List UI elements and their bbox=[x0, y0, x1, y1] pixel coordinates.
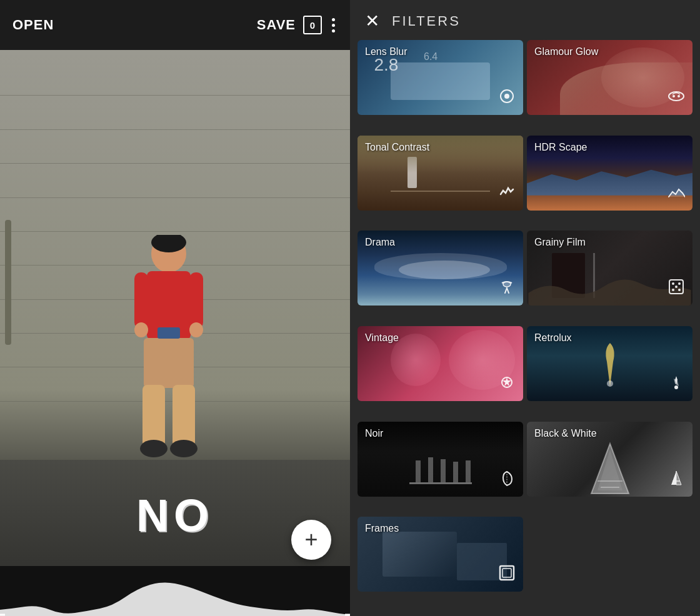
left-panel: OPEN SAVE 0 bbox=[0, 0, 350, 616]
svg-rect-40 bbox=[409, 482, 472, 484]
top-bar: OPEN SAVE 0 bbox=[0, 0, 350, 50]
filter-label-grainy-film: Grainy Film bbox=[534, 237, 586, 248]
filter-icon-drama bbox=[498, 278, 516, 299]
svg-rect-38 bbox=[453, 462, 458, 482]
filters-header: ✕ FILTERS bbox=[350, 0, 700, 36]
svg-point-31 bbox=[675, 286, 678, 288]
filter-icon-lens-blur bbox=[498, 87, 516, 109]
filter-icon-black-white bbox=[668, 469, 685, 490]
add-button[interactable]: + bbox=[291, 520, 331, 560]
svg-rect-8 bbox=[142, 385, 165, 447]
svg-rect-4 bbox=[189, 272, 203, 329]
filter-label-retrolux: Retrolux bbox=[534, 332, 572, 344]
svg-marker-46 bbox=[676, 471, 681, 485]
save-group: SAVE 0 bbox=[257, 16, 338, 35]
svg-point-23 bbox=[503, 282, 511, 287]
filter-card-tonal-contrast[interactable]: Tonal Contrast bbox=[358, 136, 523, 211]
filter-card-glamour-glow[interactable]: Glamour Glow bbox=[527, 40, 692, 115]
svg-rect-36 bbox=[428, 457, 433, 482]
filter-card-noir[interactable]: Noir bbox=[358, 422, 523, 497]
open-button[interactable]: OPEN bbox=[12, 17, 54, 33]
filters-grid: 2.8 6.4 Lens Blur Glamour Glow Tonal Con… bbox=[350, 36, 700, 616]
no-text: NO bbox=[136, 490, 214, 541]
histogram-area bbox=[0, 566, 350, 616]
svg-rect-12 bbox=[158, 327, 180, 339]
svg-point-30 bbox=[678, 289, 681, 291]
save-button[interactable]: SAVE bbox=[257, 17, 296, 33]
svg-point-34 bbox=[674, 385, 678, 389]
svg-rect-39 bbox=[466, 460, 471, 482]
svg-point-18 bbox=[504, 94, 509, 99]
pipe bbox=[5, 220, 11, 345]
filter-label-tonal-contrast: Tonal Contrast bbox=[365, 142, 429, 153]
svg-point-20 bbox=[672, 95, 675, 97]
svg-point-10 bbox=[140, 440, 168, 457]
filter-icon-frames bbox=[498, 564, 516, 585]
histogram-wave bbox=[0, 579, 350, 616]
svg-rect-9 bbox=[172, 385, 195, 447]
filter-card-drama[interactable]: Drama bbox=[358, 231, 523, 306]
svg-point-28 bbox=[678, 282, 681, 285]
more-dot-2 bbox=[332, 24, 335, 27]
filters-title: FILTERS bbox=[392, 13, 461, 29]
svg-point-27 bbox=[672, 282, 674, 285]
filter-card-hdr-scape[interactable]: HDR Scape bbox=[527, 136, 692, 211]
filter-icon-tonal-contrast bbox=[498, 183, 516, 204]
filter-card-frames[interactable]: Frames bbox=[358, 517, 523, 592]
save-badge: 0 bbox=[303, 16, 322, 34]
filter-label-lens-blur: Lens Blur bbox=[365, 46, 408, 57]
filter-label-drama: Drama bbox=[365, 237, 395, 248]
filter-icon-vintage bbox=[498, 374, 516, 395]
svg-rect-49 bbox=[502, 569, 511, 577]
svg-point-6 bbox=[189, 322, 203, 337]
more-dot-3 bbox=[332, 29, 335, 32]
filter-icon-hdr-scape bbox=[668, 183, 685, 204]
filter-label-frames: Frames bbox=[365, 523, 399, 534]
svg-point-5 bbox=[134, 322, 148, 337]
svg-point-29 bbox=[672, 289, 674, 291]
svg-point-11 bbox=[170, 440, 198, 457]
filter-label-vintage: Vintage bbox=[365, 332, 399, 344]
more-dot-1 bbox=[332, 18, 335, 21]
filter-icon-retrolux bbox=[668, 374, 685, 395]
filter-card-lens-blur[interactable]: 2.8 6.4 Lens Blur bbox=[358, 40, 523, 115]
plus-icon: + bbox=[304, 529, 318, 551]
filter-icon-grainy-film bbox=[668, 278, 685, 299]
filter-label-noir: Noir bbox=[365, 428, 383, 439]
svg-marker-45 bbox=[671, 471, 676, 485]
close-icon[interactable]: ✕ bbox=[365, 12, 379, 30]
svg-line-25 bbox=[507, 288, 509, 293]
svg-point-33 bbox=[607, 380, 613, 387]
right-panel: ✕ FILTERS 2.8 6.4 Lens Blur Glamour Glow… bbox=[350, 0, 700, 616]
filter-card-vintage[interactable]: Vintage bbox=[358, 326, 523, 401]
filter-icon-glamour-glow bbox=[668, 87, 685, 109]
filter-card-retrolux[interactable]: Retrolux bbox=[527, 326, 692, 401]
boy-figure bbox=[125, 235, 212, 497]
filter-label-black-white: Black & White bbox=[534, 428, 597, 439]
filter-label-hdr-scape: HDR Scape bbox=[534, 142, 587, 153]
more-menu-button[interactable] bbox=[329, 16, 338, 35]
svg-rect-7 bbox=[144, 338, 194, 388]
svg-rect-3 bbox=[134, 272, 148, 329]
svg-rect-37 bbox=[441, 459, 446, 482]
svg-rect-35 bbox=[416, 460, 421, 482]
filter-card-black-white[interactable]: Black & White bbox=[527, 422, 692, 497]
filter-icon-noir bbox=[498, 469, 516, 490]
filter-card-grainy-film[interactable]: Grainy Film bbox=[527, 231, 692, 306]
filter-label-glamour-glow: Glamour Glow bbox=[534, 46, 598, 57]
svg-point-21 bbox=[678, 95, 680, 97]
